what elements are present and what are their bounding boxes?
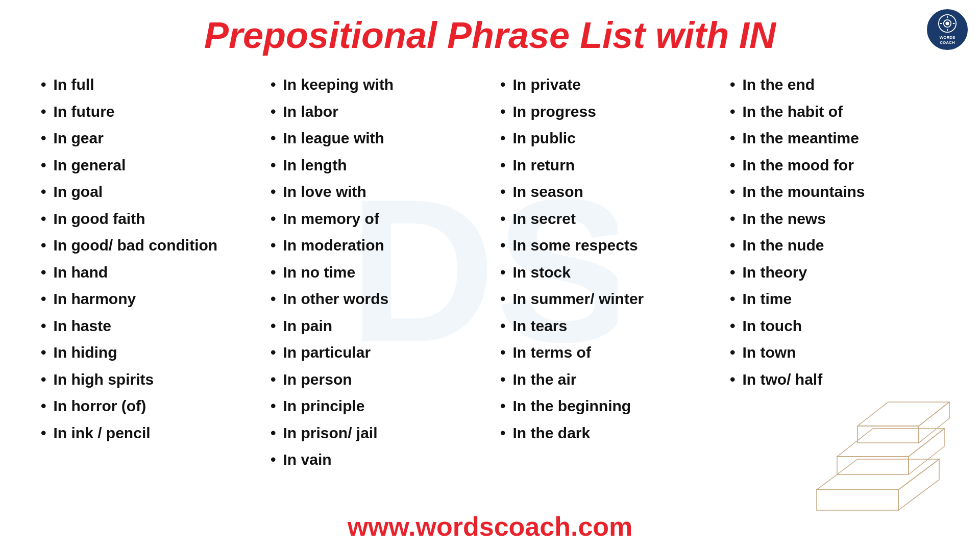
column-3-list: In privateIn progressIn publicIn returnI… (500, 71, 709, 446)
list-item: In public (500, 125, 709, 152)
svg-marker-5 (817, 490, 898, 510)
column-1-list: In fullIn futureIn gearIn generalIn goal… (41, 71, 250, 446)
list-item: In return (500, 152, 709, 179)
list-item: In labor (271, 98, 480, 126)
list-item: In vain (271, 446, 480, 473)
logo: WORDS COACH (927, 9, 968, 50)
page-title: Prepositional Phrase List with IN (0, 0, 980, 71)
list-item: In some respects (500, 232, 709, 259)
list-item: In secret (500, 206, 709, 233)
list-item: In league with (271, 125, 480, 152)
list-item: In moderation (271, 232, 480, 259)
list-item: In stock (500, 259, 709, 286)
list-item: In theory (730, 259, 939, 286)
footer-url: www.wordscoach.com (0, 511, 980, 542)
list-item: In time (730, 286, 939, 313)
columns-container: In fullIn futureIn gearIn generalIn goal… (0, 71, 980, 473)
list-item: In terms of (500, 339, 709, 366)
list-item: In pain (271, 313, 480, 340)
list-item: In keeping with (271, 71, 480, 98)
list-item: In horror (of) (41, 393, 250, 420)
list-item: In good faith (41, 206, 250, 233)
list-item: In high spirits (41, 366, 250, 393)
list-item: In gear (41, 125, 250, 152)
list-item: In private (500, 71, 709, 98)
list-item: In general (41, 152, 250, 179)
list-item: In haste (41, 313, 250, 340)
list-item: In good/ bad condition (41, 232, 250, 259)
list-item: In goal (41, 179, 250, 206)
list-item: In principle (271, 393, 480, 420)
list-item: In length (271, 152, 480, 179)
list-item: In the mood for (730, 152, 939, 179)
list-item: In love with (271, 179, 480, 206)
list-item: In touch (730, 313, 939, 340)
logo-words-text: WORDS (940, 35, 955, 40)
list-item: In the air (500, 366, 709, 393)
list-item: In two/ half (730, 366, 939, 393)
logo-coach-text: COACH (940, 40, 954, 45)
list-item: In season (500, 179, 709, 206)
column-2: In keeping withIn laborIn league withIn … (260, 71, 490, 473)
list-item: In no time (271, 259, 480, 286)
list-item: In tears (500, 313, 709, 340)
list-item: In the habit of (730, 98, 939, 126)
logo-icon (938, 14, 957, 33)
column-3: In privateIn progressIn publicIn returnI… (490, 71, 720, 473)
list-item: In hiding (41, 339, 250, 366)
list-item: In prison/ jail (271, 420, 480, 447)
list-item: In full (41, 71, 250, 98)
list-item: In progress (500, 98, 709, 126)
list-item: In the news (730, 206, 939, 233)
svg-point-2 (945, 21, 949, 25)
list-item: In the dark (500, 420, 709, 447)
column-4: In the endIn the habit ofIn the meantime… (720, 71, 949, 473)
list-item: In the beginning (500, 393, 709, 420)
list-item: In ink / pencil (41, 420, 250, 447)
list-item: In person (271, 366, 480, 393)
list-item: In particular (271, 339, 480, 366)
list-item: In summer/ winter (500, 286, 709, 313)
list-item: In the meantime (730, 125, 939, 152)
list-item: In memory of (271, 206, 480, 233)
list-item: In harmony (41, 286, 250, 313)
column-4-list: In the endIn the habit ofIn the meantime… (730, 71, 939, 393)
list-item: In other words (271, 286, 480, 313)
list-item: In future (41, 98, 250, 126)
list-item: In the mountains (730, 179, 939, 206)
list-item: In hand (41, 259, 250, 286)
column-1: In fullIn futureIn gearIn generalIn goal… (31, 71, 260, 473)
column-2-list: In keeping withIn laborIn league withIn … (271, 71, 480, 473)
list-item: In the nude (730, 232, 939, 259)
list-item: In town (730, 339, 939, 366)
list-item: In the end (730, 71, 939, 98)
